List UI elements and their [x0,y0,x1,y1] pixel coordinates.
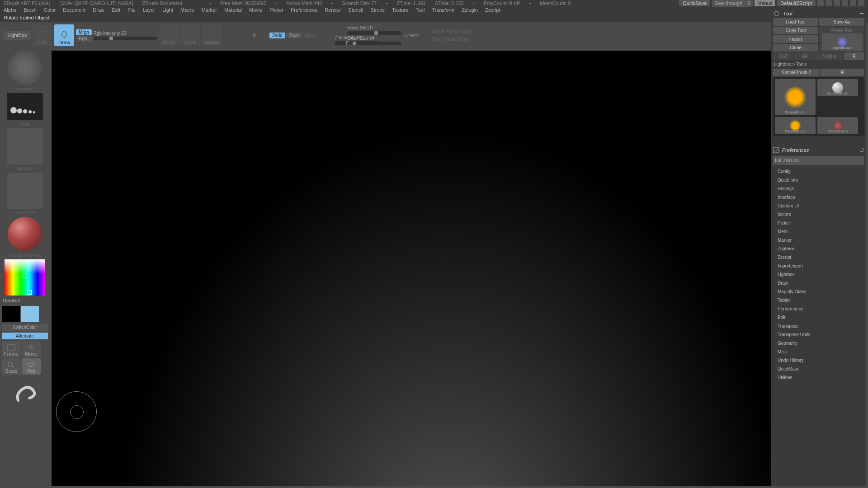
collapse-icon[interactable] [859,11,864,16]
tool-r-button[interactable]: R [821,69,864,76]
menu-edit[interactable]: Edit [112,7,120,13]
tool-thumb-simplebrush[interactable]: SimpleBrush [775,79,816,115]
load-tool-button[interactable]: Load Tool [773,18,818,26]
color-picker[interactable] [5,259,45,296]
default-script[interactable]: DefaultZScript [777,0,816,6]
pref-icolors[interactable]: Icolors [773,211,864,218]
init-zbrush-button[interactable]: Init ZBrush [773,156,864,165]
menu-preferences[interactable]: Preferences [291,7,317,13]
menu-macro[interactable]: Macro [180,7,194,13]
pref-zscript[interactable]: Zscript [773,253,864,261]
swatch-primary[interactable] [21,306,39,322]
tool-thumb-simplebrush2[interactable]: SimpleBrush [775,117,816,134]
zadd-button[interactable]: Zadd [269,33,285,38]
lightbox-button[interactable]: LightBox [4,31,31,40]
pref-edit[interactable]: Edit [773,314,864,321]
nav-scale-button[interactable]: Scale [2,358,21,375]
maximize-icon[interactable] [850,0,856,6]
menu-file[interactable]: File [127,7,136,13]
window-icon-2[interactable] [826,0,832,6]
menu-light[interactable]: Light [162,7,173,13]
menu-draw[interactable]: Draw [93,7,104,13]
lightbox-tools-label[interactable]: Lightbox > Tools [773,61,864,68]
brush-preview[interactable] [8,51,42,85]
goz-r-button[interactable]: R [844,52,864,60]
menu-brush[interactable]: Brush [24,7,37,13]
menu-stencil[interactable]: Stencil [348,7,363,13]
menu-picker[interactable]: Picker [269,7,283,13]
menu-stroke[interactable]: Stroke [370,7,385,13]
menu-render[interactable]: Render [325,7,341,13]
nav-move-button[interactable]: Move [22,341,41,357]
texture-preview[interactable] [7,173,43,209]
stroke-preview[interactable] [7,93,43,120]
menu-layer[interactable]: Layer [143,7,156,13]
move-button[interactable]: Move [159,24,179,46]
scale-button[interactable]: Scale [180,24,200,46]
pref-marker[interactable]: Marker [773,236,864,244]
alpha-preview[interactable] [7,128,43,164]
mrgb-button[interactable]: Mrgb [76,29,92,35]
goz-visible-button[interactable]: Visible [816,52,843,60]
tool-panel-header[interactable]: Tool [773,10,864,17]
menu-color[interactable]: Color [44,7,56,13]
menu-transform[interactable]: Transform [432,7,454,13]
current-tool-label[interactable]: SimpleBrush.2 [773,69,820,76]
draw-size-slider[interactable] [347,42,401,45]
menu-texture[interactable]: Texture [392,7,408,13]
zsub-button[interactable]: Zsub [286,33,302,38]
rgb-intensity-slider[interactable] [94,37,157,40]
pref-transposeunits[interactable]: Transpose Units [773,331,864,338]
pref-zsphere[interactable]: Zsphere [773,245,864,253]
import-button[interactable]: Import [773,35,818,43]
pref-lightbox[interactable]: Lightbox [773,271,864,278]
pref-utilities[interactable]: Utilities [773,374,864,381]
menu-tool[interactable]: Tool [415,7,425,13]
window-icon-1[interactable] [817,0,824,6]
pref-transpose[interactable]: Transpose [773,322,864,330]
dynamic-label[interactable]: Dynamic [403,33,419,38]
switchcolor-button[interactable]: SwitchColor [2,324,48,331]
pref-tablet[interactable]: Tablet [773,296,864,304]
tool-thumb-eraserbrush[interactable]: EraserBrush [817,117,858,134]
rgb-button[interactable]: Rgb [76,36,92,42]
pin-icon[interactable] [773,10,780,17]
pref-undohistory[interactable]: Undo History [773,357,864,364]
focal-shift-slider[interactable] [347,31,401,35]
zcut-button[interactable]: Zcut [302,33,316,38]
prefs-panel-header[interactable]: Preferences [773,147,864,153]
pref-mem[interactable]: Mem [773,228,864,235]
menu-material[interactable]: Material [224,7,242,13]
seethrough-label[interactable]: See-through 0 [712,0,753,7]
swatch-secondary[interactable] [2,306,20,322]
menu-zplugin[interactable]: Zplugin [462,7,478,13]
tool-thumb-spherebrush[interactable]: SphereBrush [817,79,858,96]
menu-marker[interactable]: Marker [202,7,217,13]
menu-alpha[interactable]: Alpha [4,7,16,13]
rotate-button[interactable]: Rotate [202,24,222,46]
pref-quickinfo[interactable]: Quick Info [773,176,864,184]
draw-button[interactable]: Draw [54,24,74,46]
material-preview[interactable] [8,217,42,251]
close-icon[interactable] [858,0,864,6]
pref-magnify[interactable]: Magnify Glass [773,288,864,296]
goz-button[interactable]: GoZ [773,52,793,60]
menus-button[interactable]: Menus [755,0,775,6]
pref-interface[interactable]: Interface [773,193,864,201]
pref-picker[interactable]: Picker [773,219,864,227]
clone-button[interactable]: Clone [773,44,818,52]
pref-misc[interactable]: Misc [773,348,864,356]
pref-hotkeys[interactable]: Hotkeys [773,185,864,192]
reset-icon[interactable] [859,147,864,153]
copy-tool-button[interactable]: Copy Tool [773,27,818,34]
window-icon-3[interactable] [834,0,840,6]
pref-importexport[interactable]: Importexport [773,262,864,270]
frame-button[interactable]: Frame [2,341,21,357]
save-as-button[interactable]: Save As [819,18,864,26]
pref-config[interactable]: Config [773,168,864,175]
quicksave-button[interactable]: QuickSave [679,0,710,6]
goz-all-button[interactable]: All [794,52,815,60]
pref-performance[interactable]: Performance [773,305,864,313]
edit-button[interactable]: Edit [33,24,52,46]
pref-draw[interactable]: Draw [773,279,864,287]
